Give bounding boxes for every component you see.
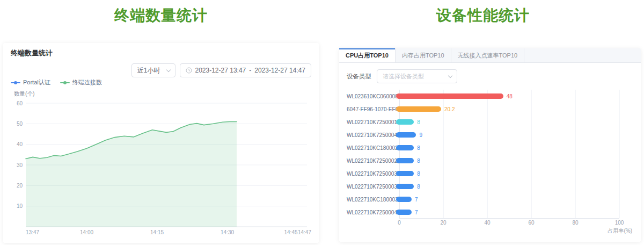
legend-line-dot-icon — [11, 81, 20, 85]
bar-value-label: 8 — [417, 119, 420, 125]
dashboard-page: 终端数量统计 设备性能统计 终端数量统计 近1小时 2023-12-27 13:… — [0, 0, 644, 245]
bar — [396, 197, 412, 202]
device-type-placeholder: 请选择设备类型 — [383, 73, 424, 81]
bar-category-label: WL023610KC06000043 — [347, 93, 396, 99]
bar-row: WL022710KC180003727 — [347, 193, 633, 206]
performance-tabbar: CPU占用TOP10内存占用TOP10无线接入点速率TOP10 — [339, 48, 641, 63]
bar-category-label: WL022710KC18000372 — [347, 197, 396, 203]
tab-内存占用TOP10[interactable]: 内存占用TOP10 — [396, 48, 451, 62]
x-tick-label: 0 — [398, 220, 401, 226]
device-type-label: 设备类型 — [347, 73, 371, 81]
cpu-top10-bar-chart: WL023610KC06000043486047-FF96-1070-EF0A2… — [347, 90, 633, 235]
legend-label: 终端连接数 — [72, 78, 102, 87]
date-range-picker[interactable]: 2023-12-27 13:47 - 2023-12-27 14:47 — [180, 63, 312, 77]
bar-value-label: 8 — [417, 171, 420, 177]
y-axis-title: 数量(个) — [14, 90, 35, 98]
tab-无线接入点速率TOP10[interactable]: 无线接入点速率TOP10 — [451, 48, 525, 62]
bar-row: WL022710K7250003078 — [347, 167, 633, 180]
chevron-down-icon — [166, 67, 170, 71]
svg-text:10: 10 — [17, 203, 23, 209]
bar-row: WL022710K7250001028 — [347, 116, 633, 128]
tab-CPU占用TOP10[interactable]: CPU占用TOP10 — [339, 48, 396, 62]
device-type-filter-row: 设备类型 请选择设备类型 — [347, 69, 633, 83]
x-tick-label: 100 — [615, 220, 624, 226]
clock-icon — [186, 67, 192, 74]
bar-row: WL023610KC0600004348 — [347, 90, 633, 103]
date-range-end: 2023-12-27 14:47 — [254, 67, 305, 74]
svg-text:14:47: 14:47 — [298, 229, 311, 235]
bar — [396, 145, 414, 150]
bar-row: WL022710K7250004707 — [347, 206, 633, 219]
x-tick-label: 20 — [440, 220, 446, 226]
bar-category-label: WL022710K725000369 — [347, 184, 396, 190]
bar — [396, 132, 416, 138]
bar — [396, 93, 503, 99]
bar-row: WL022710KC180002808 — [347, 141, 633, 154]
bar — [396, 184, 414, 189]
device-performance-card: CPU占用TOP10内存占用TOP10无线接入点速率TOP10 设备类型 请选择… — [339, 48, 641, 242]
bar-row: WL022710K7250003698 — [347, 180, 633, 193]
bar — [396, 210, 412, 215]
bar-value-label: 7 — [415, 197, 418, 203]
bar — [396, 119, 414, 125]
bar-category-label: WL022710K725000470 — [347, 210, 396, 215]
terminal-stats-card: 终端数量统计 近1小时 2023-12-27 13:47 - 2023-12-2… — [3, 43, 319, 243]
left-panel-heading: 终端数量统计 — [0, 5, 322, 26]
bar-value-label: 7 — [415, 210, 418, 215]
bar — [396, 171, 414, 176]
card-title: 终端数量统计 — [11, 48, 53, 58]
svg-text:14:45: 14:45 — [284, 229, 298, 235]
legend-label: Portal认证 — [23, 78, 50, 87]
bar — [396, 106, 441, 112]
bar-category-label: WL022710K725000307 — [347, 171, 396, 177]
legend-item[interactable]: Portal认证 — [11, 78, 50, 87]
bar-value-label: 20.2 — [444, 106, 455, 112]
bar-value-label: 48 — [507, 93, 513, 99]
date-range-start: 2023-12-27 13:47 — [195, 67, 246, 74]
bar-value-label: 8 — [417, 158, 420, 164]
svg-text:60: 60 — [17, 100, 23, 106]
time-range-select[interactable]: 近1小时 — [131, 63, 175, 77]
svg-text:30: 30 — [17, 162, 23, 168]
time-range-value: 近1小时 — [137, 66, 160, 75]
bar-row: WL022710K7250002728 — [347, 154, 633, 167]
terminal-count-line-chart: 10203040506013:4714:0014:1514:3014:4514:… — [11, 98, 311, 236]
legend-line-dot-icon — [60, 81, 70, 85]
chevron-down-icon — [448, 73, 452, 77]
bar-category-label: WL022710K725000409 — [347, 132, 396, 138]
bar-value-label: 8 — [417, 184, 420, 190]
x-tick-label: 80 — [572, 220, 578, 226]
chart-legend: Portal认证终端连接数 — [11, 78, 102, 87]
bar-row: WL022710K7250004099 — [347, 128, 633, 141]
bar-x-axis-ticks: 020406080100 — [399, 220, 619, 227]
svg-text:20: 20 — [17, 183, 23, 189]
bar-x-axis-title: 占用率(%) — [347, 227, 632, 235]
x-tick-label: 40 — [484, 220, 490, 226]
bar-category-label: 6047-FF96-1070-EF0A — [347, 106, 396, 112]
svg-text:14:30: 14:30 — [221, 229, 234, 235]
bar-category-label: WL022710K725000272 — [347, 158, 396, 164]
bar-category-label: WL022710K725000102 — [347, 119, 396, 125]
right-panel-heading: 设备性能统计 — [322, 5, 644, 26]
bar-row: 6047-FF96-1070-EF0A20.2 — [347, 103, 633, 116]
chart-controls: 近1小时 2023-12-27 13:47 - 2023-12-27 14:47 — [131, 63, 311, 77]
svg-text:40: 40 — [17, 141, 23, 147]
svg-text:14:00: 14:00 — [80, 229, 93, 235]
bar-value-label: 8 — [417, 145, 420, 151]
svg-text:14:15: 14:15 — [150, 229, 164, 235]
device-type-select[interactable]: 请选择设备类型 — [377, 69, 457, 83]
bar-category-label: WL022710KC18000280 — [347, 145, 396, 151]
date-range-separator: - — [249, 67, 251, 74]
x-tick-label: 60 — [528, 220, 534, 226]
svg-text:50: 50 — [17, 121, 23, 127]
bar — [396, 158, 414, 163]
bar-value-label: 9 — [419, 132, 422, 138]
legend-item[interactable]: 终端连接数 — [60, 78, 102, 87]
svg-text:13:47: 13:47 — [26, 229, 39, 235]
